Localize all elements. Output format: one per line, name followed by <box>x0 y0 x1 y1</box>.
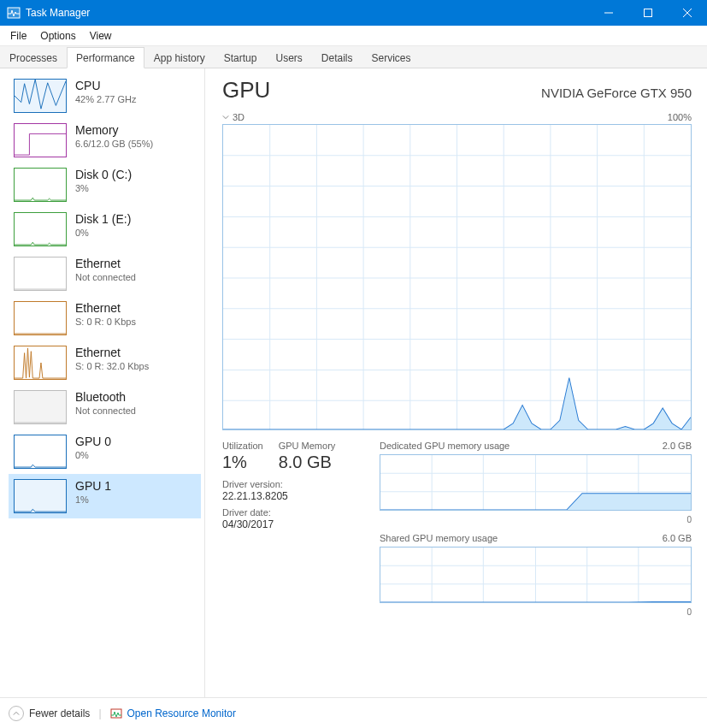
fewer-details-label: Fewer details <box>29 707 90 719</box>
title-bar: Task Manager <box>0 0 707 26</box>
sidebar-item-bluetooth[interactable]: BluetoothNot connected <box>9 385 201 429</box>
resource-monitor-icon <box>110 707 122 719</box>
sidebar-item-name: Ethernet <box>75 346 149 359</box>
tab-startup[interactable]: Startup <box>215 47 267 68</box>
fewer-details-button[interactable]: Fewer details <box>9 706 90 721</box>
driver-ver-label: Driver version: <box>222 479 368 489</box>
sidebar: CPU42% 2.77 GHzMemory6.6/12.0 GB (55%)Di… <box>0 68 205 697</box>
dedicated-mem-min: 0 <box>380 515 692 524</box>
sidebar-item-name: CPU <box>75 79 137 92</box>
gpu-mem-label: GPU Memory <box>279 441 336 451</box>
sidebar-thumb <box>14 390 67 424</box>
gpu-stats: Utilization 1% GPU Memory 8.0 GB Driver … <box>222 441 368 622</box>
menu-bar: File Options View <box>0 26 707 46</box>
sidebar-item-ethernet[interactable]: EthernetNot connected <box>9 252 201 296</box>
sidebar-item-sub: S: 0 R: 32.0 Kbps <box>75 361 149 371</box>
tab-services[interactable]: Services <box>362 47 421 68</box>
tab-users[interactable]: Users <box>266 47 311 68</box>
shared-mem-max: 6.0 GB <box>663 533 692 543</box>
util-label: Utilization <box>222 441 263 451</box>
svg-rect-3 <box>645 9 652 17</box>
sidebar-item-name: Memory <box>75 123 153 137</box>
sidebar-item-name: Ethernet <box>75 257 136 270</box>
main-chart-selector[interactable]: 3D <box>222 112 245 122</box>
sidebar-item-ethernet[interactable]: EthernetS: 0 R: 32.0 Kbps <box>9 340 201 385</box>
sidebar-item-sub: Not connected <box>75 405 136 416</box>
sidebar-thumb <box>14 435 67 469</box>
shared-mem-min: 0 <box>380 607 692 617</box>
sidebar-item-disk-1-e-[interactable]: Disk 1 (E:)0% <box>9 207 201 252</box>
main-chart-label: 3D <box>233 112 245 122</box>
detail-heading: GPU <box>222 77 270 104</box>
sidebar-thumb <box>14 168 67 202</box>
footer: Fewer details | Open Resource Monitor <box>0 697 707 728</box>
main-chart-max: 100% <box>668 112 692 122</box>
tab-performance[interactable]: Performance <box>67 47 144 68</box>
sidebar-item-sub: 3% <box>75 183 132 193</box>
sidebar-item-disk-0-c-[interactable]: Disk 0 (C:)3% <box>9 163 201 207</box>
sidebar-thumb <box>14 79 67 113</box>
sidebar-item-name: Disk 0 (C:) <box>75 168 132 181</box>
menu-file[interactable]: File <box>3 27 33 44</box>
sidebar-item-sub: 0% <box>75 228 131 238</box>
sidebar-item-ethernet[interactable]: EthernetS: 0 R: 0 Kbps <box>9 296 201 340</box>
shared-mem-chart <box>380 547 692 603</box>
util-value: 1% <box>222 453 263 472</box>
app-icon <box>7 6 21 20</box>
tab-processes[interactable]: Processes <box>0 47 67 68</box>
detail-panel: GPU NVIDIA GeForce GTX 950 3D 100% <box>205 68 707 697</box>
sidebar-item-name: GPU 1 <box>75 479 111 493</box>
close-button[interactable] <box>668 0 707 26</box>
tab-bar: Processes Performance App history Startu… <box>0 46 707 68</box>
sidebar-item-name: Disk 1 (E:) <box>75 212 131 226</box>
menu-options[interactable]: Options <box>33 27 82 44</box>
footer-divider: | <box>98 707 101 719</box>
sidebar-item-memory[interactable]: Memory6.6/12.0 GB (55%) <box>9 118 201 163</box>
sidebar-item-name: GPU 0 <box>75 435 111 448</box>
shared-mem-label: Shared GPU memory usage <box>380 533 498 543</box>
sidebar-item-sub: 1% <box>75 494 111 505</box>
sidebar-item-sub: 42% 2.77 GHz <box>75 94 137 104</box>
sidebar-item-sub: Not connected <box>75 272 136 282</box>
dedicated-mem-chart <box>380 454 692 511</box>
detail-device-name: NVIDIA GeForce GTX 950 <box>541 86 692 100</box>
collapse-icon <box>9 706 24 721</box>
sidebar-thumb <box>14 301 67 335</box>
sidebar-item-name: Bluetooth <box>75 390 136 404</box>
main-chart <box>222 124 692 430</box>
maximize-button[interactable] <box>628 0 668 26</box>
sidebar-item-gpu-1[interactable]: GPU 11% <box>9 474 201 518</box>
orm-label: Open Resource Monitor <box>127 707 236 719</box>
sidebar-thumb <box>14 212 67 246</box>
sidebar-thumb <box>14 346 67 380</box>
dedicated-mem-max: 2.0 GB <box>663 441 692 451</box>
menu-view[interactable]: View <box>83 27 119 44</box>
tab-details[interactable]: Details <box>312 47 362 68</box>
sidebar-item-sub: 6.6/12.0 GB (55%) <box>75 139 153 149</box>
driver-ver-value: 22.21.13.8205 <box>222 490 368 502</box>
sidebar-item-sub: S: 0 R: 0 Kbps <box>75 317 136 327</box>
gpu-mem-value: 8.0 GB <box>279 453 336 472</box>
sidebar-thumb <box>14 479 67 513</box>
sidebar-thumb <box>14 257 67 291</box>
sidebar-item-gpu-0[interactable]: GPU 00% <box>9 429 201 474</box>
sidebar-item-sub: 0% <box>75 450 111 460</box>
sidebar-item-name: Ethernet <box>75 301 136 315</box>
chevron-down-icon <box>222 114 229 121</box>
window-title: Task Manager <box>26 7 589 19</box>
tab-app-history[interactable]: App history <box>144 47 215 68</box>
minimize-button[interactable] <box>589 0 628 26</box>
sidebar-item-cpu[interactable]: CPU42% 2.77 GHz <box>9 74 201 118</box>
driver-date-label: Driver date: <box>222 507 368 518</box>
dedicated-mem-label: Dedicated GPU memory usage <box>380 441 510 451</box>
driver-date-value: 04/30/2017 <box>222 518 368 530</box>
open-resource-monitor-link[interactable]: Open Resource Monitor <box>110 707 236 719</box>
sidebar-thumb <box>14 123 67 157</box>
